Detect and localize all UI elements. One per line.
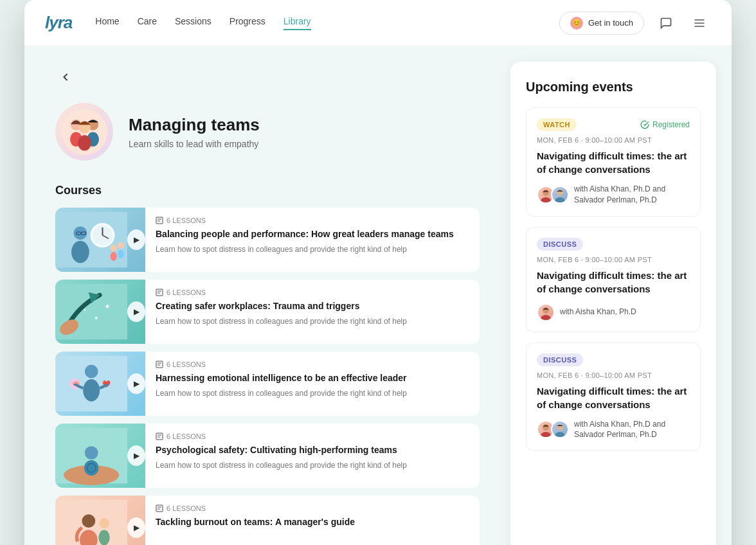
course-item[interactable]: ▶ 6 LESSONS Tackling burnout on teams: A… — [55, 496, 480, 545]
hero-section: Managing teams Learn skills to lead with… — [55, 103, 480, 161]
course-description: Learn how to spot distress in colleagues… — [156, 244, 469, 255]
event-card[interactable]: WATCH Registered MON, FEB 6 · 9:00–10:00… — [526, 107, 701, 217]
nav-sessions[interactable]: Sessions — [175, 16, 212, 30]
event-badge-discuss: DISCUSS — [537, 238, 583, 251]
event-instructors: with Aisha Khan, Ph.D and Salvador Perlm… — [537, 184, 690, 206]
get-in-touch-button[interactable]: 😊 Get in touch — [559, 12, 644, 35]
avatars — [537, 420, 569, 438]
play-button[interactable]: ▶ — [127, 229, 145, 250]
play-button[interactable]: ▶ — [127, 445, 145, 466]
event-instructors: with Aisha Khan, Ph.D and Salvador Perlm… — [537, 419, 690, 441]
instructor-names: with Aisha Khan, Ph.D — [560, 307, 636, 317]
avatar-male — [551, 420, 569, 438]
svg-rect-32 — [156, 289, 163, 296]
event-badge-discuss: DISCUSS — [537, 353, 583, 366]
course-description: Learn how to spot distress in colleagues… — [156, 460, 469, 471]
lessons-badge: 6 LESSONS — [156, 361, 469, 368]
course-title: Harnessing emotional intelligence to be … — [156, 372, 469, 385]
svg-rect-57 — [156, 505, 163, 512]
svg-point-22 — [118, 242, 124, 248]
course-title: Balancing people and performance: How gr… — [156, 228, 469, 241]
messages-button[interactable] — [654, 12, 678, 35]
hero-image — [55, 103, 113, 161]
course-collection-subtitle: Learn skills to lead with empathy — [129, 139, 260, 149]
get-in-touch-label: Get in touch — [588, 18, 633, 28]
avatar-female — [537, 303, 555, 321]
course-item[interactable]: ✦ ✦ ✦ ▶ 6 LESSONS Creating s — [55, 280, 480, 344]
navbar: lyra Home Care Sessions Progress Library… — [24, 0, 732, 46]
play-button[interactable]: ▶ — [127, 517, 145, 538]
lessons-badge: 6 LESSONS — [156, 289, 469, 296]
play-button[interactable]: ▶ — [127, 373, 145, 394]
event-card[interactable]: DISCUSS MON, FEB 6 · 9:00–10:00 AM PST N… — [526, 227, 701, 332]
courses-section-title: Courses — [55, 184, 480, 197]
svg-rect-49 — [156, 433, 163, 440]
svg-point-53 — [82, 514, 95, 528]
svg-rect-41 — [156, 361, 163, 368]
course-thumbnail: ▶ — [55, 208, 145, 272]
event-badge-watch: WATCH — [537, 118, 577, 131]
course-title: Tackling burnout on teams: A manager's g… — [156, 516, 469, 529]
svg-rect-24 — [156, 217, 163, 224]
nav-home[interactable]: Home — [95, 16, 119, 30]
svg-point-56 — [98, 530, 109, 545]
lessons-badge: 6 LESSONS — [156, 505, 469, 512]
lessons-badge: 6 LESSONS — [156, 433, 469, 440]
course-description: Learn how to spot distress in colleagues… — [156, 316, 469, 327]
menu-button[interactable] — [688, 12, 711, 35]
event-card-header: DISCUSS — [537, 238, 690, 251]
course-item[interactable]: 🧠 ❤️ ▶ 6 LESSONS — [55, 352, 480, 416]
svg-point-16 — [71, 241, 89, 264]
event-card[interactable]: DISCUSS MON, FEB 6 · 9:00–10:00 AM PST N… — [526, 343, 701, 452]
left-panel: Managing teams Learn skills to lead with… — [24, 46, 510, 545]
svg-point-65 — [541, 315, 551, 320]
nav-care[interactable]: Care — [138, 16, 157, 30]
course-description: Learn how to spot distress in colleagues… — [156, 388, 469, 399]
course-info: 6 LESSONS Tackling burnout on teams: A m… — [145, 496, 480, 545]
svg-point-15 — [74, 226, 87, 240]
course-info: 6 LESSONS Creating safer workplaces: Tra… — [145, 280, 480, 344]
course-title: Psychological safety: Cultivating high-p… — [156, 444, 469, 457]
svg-point-61 — [541, 197, 551, 202]
browser-window: lyra Home Care Sessions Progress Library… — [24, 0, 732, 545]
avatars — [537, 303, 555, 321]
course-thumbnail: 🧠 ❤️ ▶ — [55, 352, 145, 416]
course-thumbnail: ▶ — [55, 496, 145, 545]
instructor-names: with Aisha Khan, Ph.D and Salvador Perlm… — [574, 184, 690, 206]
right-panel: Upcoming events WATCH Registered MON, FE… — [510, 62, 716, 545]
event-title: Navigating difficult times: the art of c… — [537, 384, 690, 411]
course-thumbnail: ✦ ✦ ✦ ▶ — [55, 280, 145, 344]
svg-point-20 — [111, 245, 117, 251]
nav-library[interactable]: Library — [284, 16, 311, 30]
course-info: 6 LESSONS Harnessing emotional intellige… — [145, 352, 480, 416]
course-list: ▶ 6 LESSONS Balancing people and perform… — [55, 208, 480, 545]
logo: lyra — [45, 13, 72, 33]
svg-point-36 — [85, 365, 98, 379]
play-button[interactable]: ▶ — [127, 301, 145, 322]
upcoming-events-title: Upcoming events — [526, 80, 701, 94]
nav-right: 😊 Get in touch — [559, 12, 711, 35]
svg-point-21 — [111, 252, 117, 261]
event-card-header: WATCH Registered — [537, 118, 690, 131]
hero-text: Managing teams Learn skills to lead with… — [129, 115, 260, 149]
svg-point-67 — [541, 432, 551, 437]
svg-point-47 — [84, 460, 98, 476]
course-title: Creating safer workplaces: Trauma and tr… — [156, 300, 469, 313]
svg-text:✦: ✦ — [83, 308, 87, 312]
course-thumbnail: ▶ — [55, 424, 145, 488]
svg-point-46 — [85, 446, 98, 460]
event-card-header: DISCUSS — [537, 353, 690, 366]
nav-progress[interactable]: Progress — [230, 16, 266, 30]
back-button[interactable] — [55, 67, 76, 87]
course-collection-title: Managing teams — [129, 115, 260, 135]
event-date: MON, FEB 6 · 9:00–10:00 AM PST — [537, 256, 690, 264]
course-item[interactable]: ▶ 6 LESSONS Balancing people and perform… — [55, 208, 480, 272]
course-item[interactable]: ▶ 6 LESSONS Psychological safety: Cultiv… — [55, 424, 480, 488]
registered-label: Registered — [640, 120, 690, 129]
course-info: 6 LESSONS Psychological safety: Cultivat… — [145, 424, 480, 488]
svg-text:✦: ✦ — [104, 302, 111, 311]
svg-point-23 — [118, 250, 124, 259]
svg-point-37 — [83, 379, 100, 402]
main-content: Managing teams Learn skills to lead with… — [24, 46, 732, 545]
course-info: 6 LESSONS Balancing people and performan… — [145, 208, 480, 272]
